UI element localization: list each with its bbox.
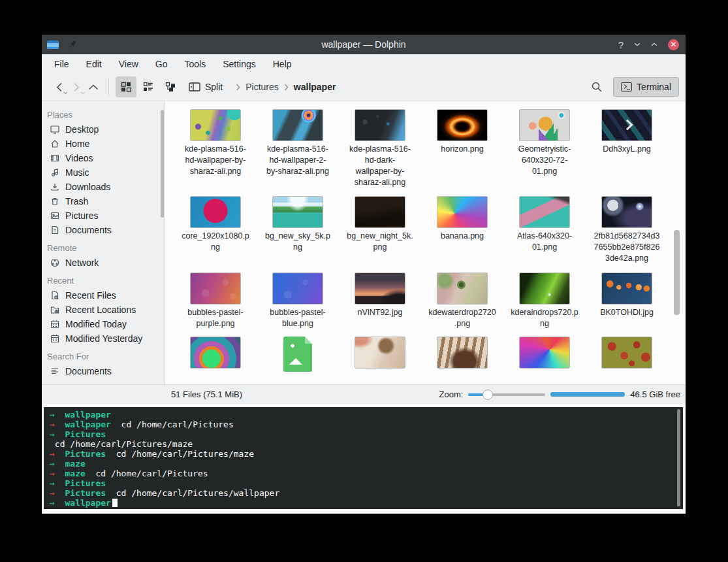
sidebar-item-modified-today[interactable]: Modified Today: [42, 317, 165, 331]
terminal-emulator[interactable]: → wallpaper→ wallpaper cd /home/carl/Pic…: [44, 407, 683, 509]
pictures-icon: [50, 210, 60, 221]
terminal-icon: [621, 82, 632, 91]
sidebar-item-downloads[interactable]: Downloads: [42, 180, 165, 194]
recent-files-icon: [50, 290, 60, 301]
sidebar-item-trash[interactable]: Trash: [42, 194, 165, 208]
file-item-bubbles-pastel-purple.png[interactable]: bubbles-pastel-purple.png: [174, 273, 257, 329]
places-scrollbar[interactable]: [161, 110, 164, 218]
file-item-horizon.png[interactable]: horizon.png: [421, 109, 503, 155]
sidebar-item-music[interactable]: Music: [42, 165, 165, 180]
sidebar-item-label: Pictures: [65, 210, 99, 221]
menu-view[interactable]: View: [110, 56, 147, 72]
sidebar-item-documents[interactable]: Documents: [42, 223, 165, 237]
file-item-Geometryistic-640x320-72-01.png[interactable]: Geometryistic-640x320-72-01.png: [503, 109, 586, 177]
sidebar-item-recent-locations[interactable]: Recent Locations: [42, 303, 165, 317]
sidebar-item-modified-yesterday[interactable]: Modified Yesterday: [42, 331, 165, 346]
forward-button[interactable]: [68, 77, 85, 97]
file-item-2fb81d5682734d37655bb2e875f8263de42a.png[interactable]: 2fb81d5682734d37655bb2e875f8263de42a.png: [586, 196, 668, 264]
downloads-icon: [50, 182, 60, 192]
breadcrumb-pictures[interactable]: Pictures: [245, 82, 279, 92]
file-thumbnail: [519, 109, 570, 141]
sidebar-item-videos[interactable]: Videos: [42, 151, 165, 165]
sidebar-item-home[interactable]: Home: [42, 137, 165, 151]
places-panel: PlacesDesktopHomeVideosMusicDownloadsTra…: [42, 101, 165, 384]
file-item-kde-plasma-516-hd-wallpaper-by-sharaz-ali.png[interactable]: kde-plasma-516-hd-wallpaper-by-sharaz-al…: [174, 109, 257, 177]
dolphin-window: wallpaper — Dolphin ? ✕ FileEditViewGoTo…: [42, 35, 686, 514]
menu-go[interactable]: Go: [147, 56, 176, 72]
sidebar-item-pictures[interactable]: Pictures: [42, 208, 165, 223]
terminal-line: → Pictures: [50, 478, 683, 488]
file-item[interactable]: [586, 337, 668, 369]
file-item-bg_new_sky_5k.png[interactable]: bg_new_sky_5k.png: [257, 196, 339, 253]
help-button[interactable]: ?: [618, 39, 624, 50]
back-button[interactable]: [51, 77, 68, 97]
file-name-label: kdewaterdrop2720.png: [428, 307, 496, 329]
file-item[interactable]: [339, 337, 421, 369]
file-thumbnail: [190, 337, 241, 369]
file-thumbnail: [355, 337, 405, 369]
breadcrumb: Pictures wallpaper: [236, 82, 336, 92]
terminal-button-label: Terminal: [637, 82, 671, 92]
terminal-toggle-button[interactable]: Terminal: [613, 77, 679, 97]
terminal-scrollbar[interactable]: [677, 409, 680, 506]
file-item-kderaindrops720.png[interactable]: kderaindrops720.png: [503, 273, 586, 329]
menu-edit[interactable]: Edit: [78, 56, 110, 72]
sidebar-item-label: Videos: [65, 153, 93, 163]
file-item[interactable]: [174, 337, 257, 369]
section-title-recent: Recent: [42, 276, 165, 288]
menu-tools[interactable]: Tools: [176, 56, 214, 72]
file-item-core_1920x1080.png[interactable]: core_1920x1080.png: [174, 196, 257, 253]
terminal-line: → wallpaper: [50, 498, 683, 508]
up-button[interactable]: [85, 77, 102, 97]
file-view-scrollbar[interactable]: [674, 230, 680, 315]
menu-file[interactable]: File: [46, 56, 78, 72]
title-bar[interactable]: wallpaper — Dolphin ? ✕: [42, 35, 686, 54]
file-item-Ddh3xyL.png[interactable]: Ddh3xyL.png: [586, 109, 668, 155]
forward-history-caret[interactable]: [80, 91, 85, 95]
file-item-nVlNT92.jpg[interactable]: nVlNT92.jpg: [339, 273, 421, 318]
file-name-label: bg_new_sky_5k.png: [264, 231, 332, 253]
file-item[interactable]: [257, 337, 339, 372]
file-view[interactable]: kde-plasma-516-hd-wallpaper-by-sharaz-al…: [165, 101, 686, 384]
file-item-kde-plasma-516-hd-dark-wallpaper-by-sharaz-ali.png[interactable]: kde-plasma-516-hd-dark-wallpaper-by-shar…: [339, 109, 421, 188]
file-item-banana.png[interactable]: banana.png: [421, 196, 503, 242]
sidebar-item-label: Trash: [65, 196, 88, 207]
terminal-line: → wallpaper: [50, 410, 683, 420]
toolbar-separator: [108, 78, 109, 95]
sidebar-item-recent-files[interactable]: Recent Files: [42, 288, 165, 303]
sidebar-item-label: Modified Today: [65, 319, 127, 329]
sidebar-item-label: Recent Locations: [65, 305, 136, 315]
file-item[interactable]: [421, 337, 503, 369]
sidebar-item-network[interactable]: Network: [42, 256, 165, 270]
music-icon: [50, 167, 60, 178]
terminal-line: → Pictures: [50, 429, 683, 439]
menu-help[interactable]: Help: [264, 56, 300, 72]
terminal-panel: → wallpaper→ wallpaper cd /home/carl/Pic…: [42, 404, 686, 514]
zoom-slider-handle[interactable]: [483, 389, 493, 400]
file-item-BK0TOHDl.jpg[interactable]: BK0TOHDl.jpg: [586, 273, 668, 318]
file-item-kdewaterdrop2720.png[interactable]: kdewaterdrop2720.png: [421, 273, 503, 329]
file-item[interactable]: [503, 337, 586, 369]
file-item-Atlas-640x320-01.png[interactable]: Atlas-640x320-01.png: [503, 196, 586, 253]
terminal-line: → Pictures cd /home/carl/Pictures/maze: [50, 449, 683, 459]
zoom-slider[interactable]: [468, 389, 545, 400]
folder-app-icon: [47, 41, 59, 49]
minimize-button[interactable]: [634, 42, 641, 46]
file-item-kde-plasma-516-hd-wallpaper-2-by-sharaz-ali.png[interactable]: kde-plasma-516-hd-wallpaper-2-by-sharaz-…: [257, 109, 339, 177]
breadcrumb-wallpaper[interactable]: wallpaper: [294, 82, 336, 92]
sidebar-item-documents[interactable]: Documents: [42, 364, 165, 378]
search-icon[interactable]: [591, 81, 603, 93]
details-view-button[interactable]: [160, 76, 181, 97]
maximize-button[interactable]: [651, 42, 657, 46]
file-item-bg_new_night_5k.png[interactable]: bg_new_night_5k.png: [339, 196, 421, 253]
split-button[interactable]: Split: [182, 76, 229, 97]
sidebar-item-desktop[interactable]: Desktop: [42, 122, 165, 137]
documents-icon: [50, 225, 60, 235]
compact-view-button[interactable]: [138, 76, 159, 97]
file-thumbnail: [283, 337, 312, 372]
close-button[interactable]: ✕: [668, 39, 679, 50]
menu-settings[interactable]: Settings: [214, 56, 264, 72]
back-history-caret[interactable]: [63, 91, 68, 95]
file-item-bubbles-pastel-blue.png[interactable]: bubbles-pastel-blue.png: [257, 273, 339, 329]
icons-view-button[interactable]: [116, 76, 136, 97]
